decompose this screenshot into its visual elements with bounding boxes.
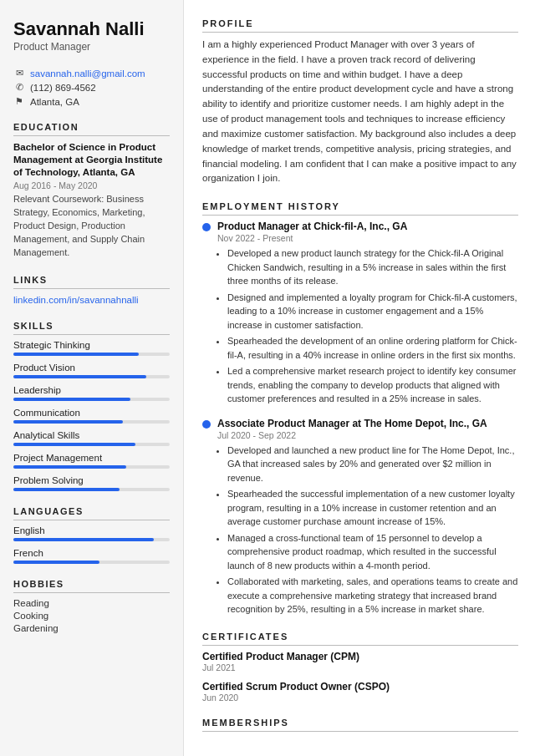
job-bullet: Collaborated with marketing, sales, and … <box>227 575 518 616</box>
skill-bar-fill <box>13 353 139 356</box>
job-bullet: Developed a new product launch strategy … <box>227 246 518 288</box>
email-icon: ✉ <box>13 68 25 79</box>
candidate-title: Product Manager <box>13 41 170 53</box>
location-icon: ⚑ <box>13 96 25 107</box>
hobby-item: Gardening <box>13 623 170 633</box>
jobs-list: Product Manager at Chick-fil-A, Inc., GA… <box>202 221 518 616</box>
job-bullet: Spearheaded the successful implementatio… <box>227 487 518 529</box>
main-content: PROFILE I am a highly experienced Produc… <box>184 0 535 756</box>
skills-section-title: SKILLS <box>13 321 170 335</box>
language-bar-fill <box>13 561 99 564</box>
skill-label: Leadership <box>13 385 170 395</box>
skill-item: Leadership <box>13 385 170 401</box>
phone-icon: ✆ <box>13 82 25 93</box>
education-date: Aug 2016 - May 2020 <box>13 180 170 190</box>
education-section-title: EDUCATION <box>13 122 170 136</box>
language-item: English <box>13 525 170 541</box>
hobbies-section-title: HOBBIES <box>13 579 170 593</box>
job-header: Associate Product Manager at The Home De… <box>202 418 518 429</box>
skill-label: Problem Solving <box>13 475 170 485</box>
language-label: English <box>13 525 170 535</box>
job-title: Associate Product Manager at The Home De… <box>217 418 487 429</box>
job-entry: Associate Product Manager at The Home De… <box>202 418 518 616</box>
skill-label: Strategic Thinking <box>13 340 170 350</box>
skill-bar-fill <box>13 398 130 401</box>
skill-item: Project Management <box>13 453 170 469</box>
skill-label: Analytical Skills <box>13 430 170 440</box>
job-date: Jul 2020 - Sep 2022 <box>217 430 518 440</box>
skill-bar-bg <box>13 375 170 378</box>
education-courses: Relevant Coursework: Business Strategy, … <box>13 193 170 260</box>
job-date: Nov 2022 - Present <box>217 233 518 243</box>
cert-date: Jun 2020 <box>202 693 518 703</box>
language-label: French <box>13 548 170 558</box>
job-entry: Product Manager at Chick-fil-A, Inc., GA… <box>202 221 518 406</box>
links-section-title: LINKS <box>13 275 170 289</box>
cert-date: Jul 2021 <box>202 662 518 672</box>
skill-bar-bg <box>13 420 170 424</box>
skill-label: Project Management <box>13 453 170 463</box>
memberships-section-title: MEMBERSHIPS <box>202 718 518 732</box>
contact-email[interactable]: ✉ savannah.nalli@gmail.com <box>13 68 170 79</box>
job-bullet: Developed and launched a new product lin… <box>227 444 518 485</box>
cert-entry: Certified Scrum Product Owner (CSPO) Jun… <box>202 681 518 703</box>
job-dot <box>202 420 211 429</box>
certificates-list: Certified Product Manager (CPM) Jul 2021… <box>202 651 518 703</box>
languages-section-title: LANGUAGES <box>13 506 170 520</box>
language-item: French <box>13 548 170 564</box>
skill-bar-bg <box>13 465 170 469</box>
skill-bar-fill <box>13 420 123 424</box>
skill-item: Product Vision <box>13 363 170 378</box>
skills-list: Strategic Thinking Product Vision Leader… <box>13 340 170 491</box>
language-bar-fill <box>13 538 154 541</box>
skill-bar-fill <box>13 488 120 491</box>
skill-bar-fill <box>13 443 135 446</box>
skill-label: Product Vision <box>13 363 170 373</box>
languages-list: English French <box>13 525 170 564</box>
job-bullet: Spearheaded the development of an online… <box>227 334 518 362</box>
skill-bar-fill <box>13 375 146 378</box>
job-bullets: Developed and launched a new product lin… <box>217 444 518 616</box>
skill-bar-bg <box>13 488 170 491</box>
contact-location: ⚑ Atlanta, GA <box>13 96 170 107</box>
sidebar: Savannah Nalli Product Manager ✉ savanna… <box>0 0 184 756</box>
skill-bar-bg <box>13 353 170 356</box>
employment-section-title: EMPLOYMENT HISTORY <box>202 201 518 216</box>
skill-bar-fill <box>13 465 126 469</box>
job-bullet: Managed a cross-functional team of 15 pe… <box>227 531 518 573</box>
job-bullet: Designed and implemented a loyalty progr… <box>227 291 518 332</box>
linkedin-link[interactable]: linkedin.com/in/savannahnalli <box>13 294 170 306</box>
language-bar-bg <box>13 538 170 541</box>
job-bullets: Developed a new product launch strategy … <box>217 246 518 406</box>
hobby-item: Reading <box>13 598 170 608</box>
skill-item: Strategic Thinking <box>13 340 170 356</box>
job-header: Product Manager at Chick-fil-A, Inc., GA <box>202 221 518 232</box>
hobbies-list: ReadingCookingGardening <box>13 598 170 633</box>
candidate-name: Savannah Nalli <box>13 18 170 39</box>
skill-item: Analytical Skills <box>13 430 170 446</box>
language-bar-bg <box>13 561 170 564</box>
skill-bar-bg <box>13 443 170 446</box>
cert-entry: Certified Product Manager (CPM) Jul 2021 <box>202 651 518 672</box>
profile-section-title: PROFILE <box>202 18 518 33</box>
cert-name: Certified Product Manager (CPM) <box>202 651 518 662</box>
cert-name: Certified Scrum Product Owner (CSPO) <box>202 681 518 693</box>
job-dot <box>202 223 211 231</box>
skill-item: Communication <box>13 408 170 424</box>
contact-phone: ✆ (112) 869-4562 <box>13 82 170 93</box>
hobby-item: Cooking <box>13 611 170 621</box>
skill-item: Problem Solving <box>13 475 170 491</box>
certificates-section-title: CERTIFICATES <box>202 632 518 646</box>
education-degree: Bachelor of Science in Product Managemen… <box>13 141 170 179</box>
job-bullet: Led a comprehensive market research proj… <box>227 364 518 406</box>
job-title: Product Manager at Chick-fil-A, Inc., GA <box>217 221 407 232</box>
skill-bar-bg <box>13 398 170 401</box>
skill-label: Communication <box>13 408 170 418</box>
profile-text: I am a highly experienced Product Manage… <box>202 38 518 186</box>
